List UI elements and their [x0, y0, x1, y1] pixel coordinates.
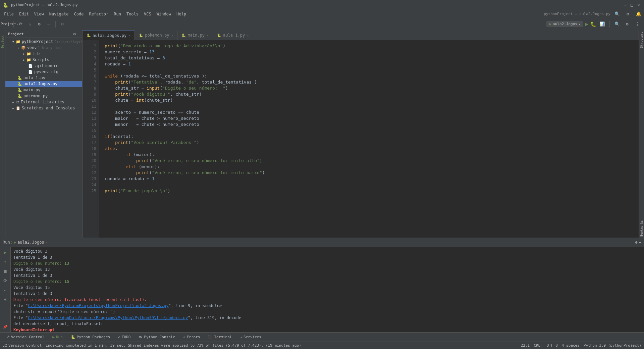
menu-file[interactable]: File: [1, 11, 16, 17]
settings-button[interactable]: ⚙: [624, 10, 632, 18]
structure-icon[interactable]: Structure: [639, 32, 644, 48]
tab-aula1[interactable]: 🐍 aula 1.py ✕: [213, 31, 253, 40]
todo-tab[interactable]: ✓ TODO: [115, 334, 133, 340]
git-branch-item[interactable]: ⎇ Version Control: [3, 343, 42, 348]
tree-item-pokemon[interactable]: 🐍 pokemon.py: [5, 93, 82, 99]
python-packages-tab[interactable]: 🐍 Python Packages: [68, 334, 113, 340]
menu-edit[interactable]: Edit: [16, 11, 32, 17]
run-rerun-button[interactable]: ⟳: [1, 277, 9, 285]
chevron-down-icon-run: ▾: [579, 22, 580, 26]
tree-item-lib[interactable]: ▸ 📁 Lib: [5, 51, 82, 57]
tab-pokemon[interactable]: 🐍 pokemon.py ✕: [135, 31, 177, 40]
run-play-button[interactable]: ▶: [1, 248, 9, 256]
code-content[interactable]: print("Bem vindo a um jogo de Adivinhaçã…: [99, 40, 639, 238]
run-tab[interactable]: ▶ Run: [50, 334, 65, 340]
run-softwrap-button[interactable]: ↵: [1, 286, 9, 294]
status-bar-right: 22:1 CRLF UTF-8 4 spaces Python 3.9 (pyt…: [521, 343, 641, 348]
run-output-link-2[interactable]: C:\Users\keyc\AppData\Local\Programs\Pyt…: [28, 315, 188, 320]
menu-help[interactable]: Help: [174, 11, 189, 17]
menu-tools[interactable]: Tools: [124, 11, 141, 17]
interpreter[interactable]: Python 3.9 (pythonProject): [584, 343, 641, 348]
minimize-button[interactable]: —: [623, 2, 628, 8]
services-tab[interactable]: ☁ Services: [237, 334, 264, 340]
code-editor[interactable]: 12345 678910 1112131415 1617181920 21222…: [83, 40, 639, 238]
tree-item-external[interactable]: ▸ 🗂 External Libraries: [5, 99, 82, 105]
tree-item-pyvenv[interactable]: 📄 pyvenv.cfg: [5, 69, 82, 75]
external-label: External Libraries: [21, 100, 64, 104]
tree-item-gitignore[interactable]: 📄 .gitignore: [5, 63, 82, 69]
run-scroll-end-button[interactable]: ↑: [1, 258, 9, 266]
search-everywhere-button[interactable]: 🔍: [613, 10, 621, 18]
errors-tab[interactable]: ⚠ Errors: [180, 334, 203, 340]
tree-item-scripts[interactable]: ▸ 📁 Scripts: [5, 57, 82, 63]
toolbar-separator-2: [55, 21, 56, 28]
tab-aula1-close[interactable]: ✕: [247, 34, 249, 37]
collapse-all-button[interactable]: −: [45, 20, 53, 28]
run-output-line: File "C:\Users\keyc\AppData\Local\Progra…: [13, 315, 641, 321]
tab-main-label: main.py: [187, 33, 205, 38]
terminal-tab[interactable]: ⬛ Terminal: [205, 334, 234, 340]
menu-run[interactable]: Run: [111, 11, 124, 17]
add-to-favorites-button[interactable]: ☆: [26, 20, 34, 28]
cursor-position[interactable]: 22:1: [521, 343, 530, 348]
menu-view[interactable]: View: [32, 11, 47, 17]
tree-item-pythonproject[interactable]: ▾ 📁 pythonProject C:\Users\keyc\PycharmP: [5, 39, 82, 45]
coverage-button[interactable]: 📊: [598, 20, 606, 28]
indent[interactable]: 4 spaces: [562, 343, 580, 348]
menu-vcs[interactable]: VCS: [141, 11, 154, 17]
menu-window[interactable]: Window: [154, 11, 174, 17]
tree-item-venv[interactable]: ▸ 📦 venv library root: [5, 45, 82, 51]
version-control-tab[interactable]: ⎇ Version Control: [3, 334, 47, 340]
tree-item-aula2[interactable]: 🐍 aula2.Jogos.py: [5, 81, 82, 87]
chevron-right-icon-scratches: ▸: [12, 106, 14, 110]
run-button[interactable]: ▶: [585, 21, 588, 27]
run-stop-button[interactable]: ■: [1, 267, 9, 275]
run-pin-button[interactable]: 📌: [1, 323, 9, 331]
tree-item-aula1[interactable]: 🐍 aula 1.py: [5, 75, 82, 81]
run-settings-gear[interactable]: ⚙: [635, 240, 638, 245]
close-button[interactable]: ✕: [636, 2, 641, 8]
run-configuration-selector[interactable]: ▶ aula2.Jogos ▾: [546, 21, 583, 27]
line-ending[interactable]: CRLF: [534, 343, 543, 348]
project-panel-header: Project ⚙ −: [5, 30, 82, 38]
run-minimize-button[interactable]: −: [639, 240, 641, 245]
tree-item-scratches[interactable]: ▸ 📋 Scratches and Consoles: [5, 105, 82, 111]
run-print-button[interactable]: 🖨: [1, 295, 9, 303]
panel-settings-button[interactable]: ⚙: [73, 32, 76, 36]
tab-main[interactable]: 🐍 main.py ✕: [177, 31, 213, 40]
project-sidebar-icon[interactable]: Project: [0, 32, 5, 52]
version-control-icon: ⎇: [5, 335, 10, 339]
title-bar-left: 🐍 pythonProject – aula2.Jogos.py: [3, 2, 78, 8]
aula1-label: aula 1.py: [23, 76, 45, 80]
layout-button[interactable]: ⊟: [58, 20, 66, 28]
title-text: pythonProject – aula2.Jogos.py: [11, 3, 78, 7]
pyvenv-icon: 📄: [28, 70, 33, 74]
debug-button[interactable]: 🐛: [590, 21, 596, 27]
settings-right-button[interactable]: ⚙: [623, 20, 631, 28]
menu-bar-right: pythonProject – aula2.Jogos.py 🔍 ⚙ 🔔: [544, 10, 643, 18]
tab-aula2-close[interactable]: ✕: [128, 34, 130, 37]
menu-navigate[interactable]: Navigate: [47, 11, 71, 17]
menu-code[interactable]: Code: [71, 11, 87, 17]
python-console-tab[interactable]: ≫ Python Console: [136, 334, 178, 340]
venv-label: venv: [27, 45, 37, 50]
run-tab-close[interactable]: ✕: [46, 240, 48, 244]
panel-collapse-button[interactable]: −: [77, 32, 79, 36]
menu-refactor[interactable]: Refactor: [86, 11, 111, 17]
run-output-link[interactable]: C:\Users\keyc\PycharmProjects\pythonProj…: [28, 303, 168, 308]
search-button[interactable]: 🔍: [613, 20, 621, 28]
scripts-folder-icon: 📁: [26, 58, 31, 62]
pokemon-icon: 🐍: [17, 94, 22, 98]
charset[interactable]: UTF-8: [547, 343, 558, 348]
maximize-button[interactable]: □: [629, 2, 635, 8]
more-button[interactable]: ⋮: [633, 20, 641, 28]
settings-toolbar-button[interactable]: ⚙: [35, 20, 43, 28]
tab-main-close[interactable]: ✕: [207, 34, 209, 37]
project-dropdown-button[interactable]: 📁 Project ▾: [3, 20, 11, 28]
tree-item-main[interactable]: 🐍 main.py: [5, 87, 82, 93]
tab-aula2[interactable]: 🐍 aula2.Jogos.py ✕: [83, 31, 135, 40]
notifications-button[interactable]: 🔔: [635, 10, 643, 18]
sync-button[interactable]: ⟳: [16, 20, 24, 28]
bookmarks-icon[interactable]: Bookmarks: [639, 219, 644, 238]
tab-pokemon-close[interactable]: ✕: [171, 34, 173, 37]
